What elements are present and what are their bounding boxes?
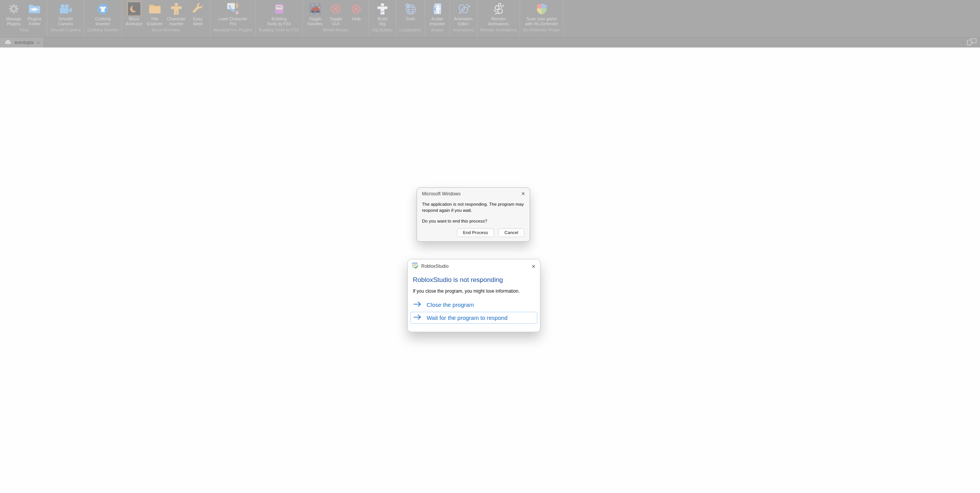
toolbar-button-tools[interactable]: Tools [401,1,420,27]
toolbar-button-scan-your-game-with-ro-defender[interactable]: Scan your game with Ro-Defender [524,1,560,27]
cancel-button[interactable]: Cancel [498,228,524,237]
device-emulator-button[interactable] [963,38,980,47]
close-icon[interactable]: × [521,191,525,196]
toolbar-button-label: Load Character Pro [218,16,248,27]
dialog-title-bar: Microsoft Windows × [417,188,530,197]
toolbar-button-load-character-pro[interactable]: Load Character Pro [217,1,249,27]
toolbar-group-buttons: Building Tools by F3X [265,0,293,27]
rig-figure-icon [376,2,389,16]
toolbar-button-label: Clothing Inserter [95,16,110,27]
character-icon [169,2,183,16]
toolbar-group-avatar: Avatar ImporterAvatar [425,0,450,37]
arrow-right-icon [414,314,422,321]
command-link-label: Close the program [427,301,474,308]
toolbar-button-toggle-gui[interactable]: Toggle GUI [326,1,346,27]
toolbar-group-label: Ro-Defender Plugin [522,27,561,34]
plugin-toolbar-groups: Manage PluginsPlugins FolderToolsSmooth … [2,0,564,37]
toolbar-button-clothing-inserter[interactable]: Clothing Inserter [93,1,113,27]
red-x-circle-icon [350,2,363,16]
toolbar-group-buttons: Blender Animations [486,0,510,27]
dialog-roblox-not-responding: RobloxStudio × RobloxStudio is not respo… [407,259,540,332]
arrow-right-icon [414,301,422,308]
toolbar-group-label: Tools [18,27,30,34]
toolbar-button-label: Moon Animator [126,16,143,27]
toolbar-group-label: Moon Animator [151,27,181,34]
load-character-icon [226,2,240,16]
toolbar-button-file-explorer[interactable]: File Explorer [145,1,165,27]
toolbar-group-clothing-inserter: Clothing InserterClothing Inserter [84,0,122,37]
toolbar-button-label: File Explorer [147,16,163,27]
toolbar-group-buttons: Toggle HandlesToggle GUIHelp [305,0,366,27]
device-emulator-icon [967,38,977,47]
dialog-title-bar: RobloxStudio × [408,259,540,270]
close-the-program-link[interactable]: Close the program [410,299,537,311]
toolbar-button-label: Tools [405,16,415,27]
video-camera-icon [59,2,72,16]
dialog-title: Microsoft Windows [422,191,461,197]
tab-label: eurotopia [15,40,34,45]
folder-icon [148,2,162,16]
toolbar-group-buttons: Build Rig [373,0,392,27]
toolbar-group-label: Avatar [430,27,444,34]
toolbar-group-label: Building Tools by F3X [258,27,300,34]
toolbar-button-label: Scan your game with Ro-Defender [525,16,558,27]
tab-bar-spacer [44,38,963,47]
dialog-body-text: If you close the program, you might lose… [413,288,535,294]
toolbar-group-buttons: Manage PluginsPlugins Folder [4,0,44,27]
app-window-check-icon [412,262,419,270]
toolbar-group-building-tools-by-f3x: Building Tools by F3XBuilding Tools by F… [256,0,303,37]
dialog-question: Do you want to end this process? [422,218,525,224]
toolbar-button-avatar-importer[interactable]: Avatar Importer [427,1,447,27]
dialog-body: The application is not responding. The p… [417,197,530,224]
toolbar-button-animation-editor[interactable]: Animation Editor [453,1,474,27]
toolbar-group-buttons: Clothing Inserter [93,0,113,27]
toolbar-button-moon-animator[interactable]: Moon Animator [124,1,144,27]
toolbar-group-label: Localization [399,27,422,34]
close-icon[interactable]: × [532,264,535,269]
toolbar-button-building-tools-by-f3x[interactable]: Building Tools by F3X [265,1,293,27]
toolbar-button-label: Toggle Handles [307,16,323,27]
toolbar-button-character-inserter[interactable]: Character Inserter [166,1,187,27]
toolbar-group-buttons: Load Character Pro [217,0,249,27]
toolbar-button-label: Blender Animations [488,16,509,27]
tab-bar: eurotopia × [0,37,980,47]
toolbar-button-build-rig[interactable]: Build Rig [373,1,392,27]
wrench-icon [191,2,205,16]
wait-for-program-link[interactable]: Wait for the program to respond [410,312,537,324]
cloud-icon [5,39,12,46]
shield-icon [535,2,548,16]
toolbar-group-model-resize: Toggle HandlesToggle GUIHelpModel Resize [303,0,369,37]
dialog-microsoft-windows: Microsoft Windows × The application is n… [417,187,530,242]
toolbar-group-buttons: Animation Editor [453,0,474,27]
animation-editor-icon [456,2,470,16]
command-link-label: Wait for the program to respond [427,314,507,321]
end-process-button[interactable]: End Process [457,228,494,237]
toolbar-button-label: Character Inserter [167,16,185,27]
toolbar-group-label: Rig Builder [371,27,394,34]
toolbar-button-easy-weld[interactable]: Easy Weld [188,1,208,27]
toolbar-button-label: Animation Editor [454,16,473,27]
toolbar-button-label: Build Rig [378,16,387,27]
red-x-circle-icon [329,2,343,16]
toolbar-group-tools: Manage PluginsPlugins FolderTools [2,0,47,37]
toolbar-group-label: Blender Animations [479,27,517,34]
toolbar-button-label: Avatar Importer [429,16,445,27]
toolbar-group-buttons: Tools [401,0,420,27]
toolbar-button-plugins-folder[interactable]: Plugins Folder [25,1,44,27]
toolbar-button-blender-animations[interactable]: Blender Animations [486,1,510,27]
toolbar-button-help[interactable]: Help [346,1,366,27]
toolbar-button-label: Help [352,16,361,27]
toolbar-group-alreadypro-s-plugins: Load Character ProAlreadyPro's Plugins [210,0,256,37]
blender-figure-icon [492,2,506,16]
toolbar-button-manage-plugins[interactable]: Manage Plugins [4,1,24,27]
toolbar-group-smooth-camera: Smooth CameraSmooth Camera [47,0,84,37]
tab-eurotopia[interactable]: eurotopia × [0,38,44,47]
toolbar-group-label: Smooth Camera [49,27,82,34]
toolbar-button-label: Plugins Folder [28,16,41,27]
toolbar-group-label: Model Resize [322,27,350,34]
toolbar-button-toggle-handles[interactable]: Toggle Handles [305,1,325,27]
tab-close-icon[interactable]: × [36,40,40,46]
toolbar-group-moon-animator: Moon AnimatorFile ExplorerCharacter Inse… [122,0,210,37]
toolbar-button-smooth-camera[interactable]: Smooth Camera [56,1,76,27]
shirt-icon [96,2,110,16]
